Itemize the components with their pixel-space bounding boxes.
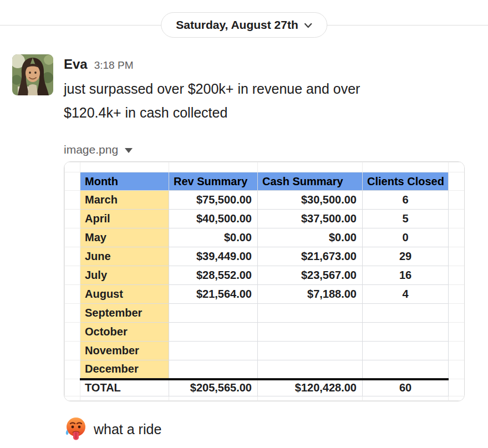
sheet-cell: $30,500.00 (258, 191, 363, 210)
avatar[interactable] (12, 54, 53, 95)
sheet-cell (363, 323, 449, 342)
sheet-margin-row (65, 162, 465, 172)
sheet-cell: $40,500.00 (169, 210, 258, 228)
sheet-cell: $7,188.00 (258, 285, 363, 304)
sheet-cell (449, 360, 465, 379)
sheet-data-row: June$39,449.00$21,673.0029 (65, 247, 465, 266)
sheet-cell: $205,565.00 (169, 379, 258, 396)
sheet-cell: Clients Closed (363, 172, 449, 191)
sheet-cell: July (80, 266, 169, 285)
sheet-cell (169, 360, 258, 379)
slack-message-view: Saturday, August 27th (0, 12, 488, 448)
sheet-cell: 60 (363, 379, 449, 396)
sheet-cell (449, 162, 465, 172)
sheet-cell: 5 (363, 210, 449, 228)
closing-text: what a ride (94, 421, 161, 437)
sheet-cell: 6 (363, 191, 449, 210)
sheet-cell: August (80, 285, 169, 304)
sheet-cell: $39,449.00 (169, 247, 258, 266)
sheet-cell (65, 247, 80, 266)
date-divider: Saturday, August 27th (0, 12, 488, 38)
date-pill-button[interactable]: Saturday, August 27th (161, 12, 327, 38)
sheet-cell (65, 285, 80, 304)
sheet-cell: $23,567.00 (258, 266, 363, 285)
sheet-data-row: March$75,500.00$30,500.006 (65, 191, 465, 210)
sheet-cell: 29 (363, 247, 449, 266)
sheet-cell (449, 323, 465, 342)
message-text: just surpassed over $200k+ in revenue an… (64, 77, 474, 125)
sheet-cell: $120,428.00 (258, 379, 363, 396)
sheet-cell (65, 323, 80, 342)
sheet-cell: Cash Summary (258, 172, 363, 191)
sheet-data-row: December (65, 360, 465, 379)
sheet-data-row: April$40,500.00$37,500.005 (65, 210, 465, 228)
sheet-cell (65, 210, 80, 228)
sheet-cell (449, 396, 465, 401)
sheet-cell (65, 162, 80, 172)
sheet-cell (258, 162, 363, 172)
sheet-data-row: October (65, 323, 465, 342)
sheet-cell (449, 285, 465, 304)
attachment-filename[interactable]: image.png (64, 143, 118, 156)
sheet-cell (449, 304, 465, 323)
sheet-cell (169, 304, 258, 323)
sheet-cell (65, 172, 80, 191)
date-label: Saturday, August 27th (176, 18, 298, 32)
sheet-cell: April (80, 210, 169, 228)
sheet-cell: 16 (363, 266, 449, 285)
message-header: Eva 3:18 PM (64, 54, 474, 72)
username[interactable]: Eva (64, 57, 88, 72)
sheet-cell: $0.00 (258, 228, 363, 247)
sheet-cell (449, 210, 465, 228)
sheet-cell (65, 191, 80, 210)
sheet-total-row: TOTAL$205,565.00$120,428.0060 (65, 379, 465, 396)
sheet-cell: $21,673.00 (258, 247, 363, 266)
sheet-cell: $28,552.00 (169, 266, 258, 285)
sheet-cell: Month (80, 172, 169, 191)
sheet-cell (363, 396, 449, 401)
sheet-data-row: July$28,552.00$23,567.0016 (65, 266, 465, 285)
sheet-cell (258, 360, 363, 379)
sheet-cell (258, 304, 363, 323)
attachment-image-card[interactable]: MonthRev SummaryCash SummaryClients Clos… (64, 161, 465, 401)
sheet-cell (363, 342, 449, 360)
sheet-cell (258, 396, 363, 401)
avatar-photo (12, 54, 53, 95)
sheet-margin-row (65, 396, 465, 401)
sheet-cell (449, 379, 465, 396)
sheet-cell (65, 396, 80, 401)
sheet-data-row: September (65, 304, 465, 323)
sheet-cell: Rev Summary (169, 172, 258, 191)
sheet-cell (65, 266, 80, 285)
sheet-cell: $21,564.00 (169, 285, 258, 304)
collapse-triangle-icon[interactable] (125, 148, 133, 153)
message-content: Eva 3:18 PM just surpassed over $200k+ i… (64, 54, 474, 442)
sheet-cell (169, 323, 258, 342)
sheet-cell (258, 342, 363, 360)
sheet-cell (363, 360, 449, 379)
sheet-data-row: May$0.00$0.000 (65, 228, 465, 247)
spreadsheet-table: MonthRev SummaryCash SummaryClients Clos… (64, 162, 465, 401)
sheet-cell (169, 342, 258, 360)
sheet-cell (80, 396, 169, 401)
sheet-data-row: November (65, 342, 465, 360)
hot-face-emoji (64, 416, 87, 442)
sheet-cell (65, 342, 80, 360)
sheet-cell (363, 162, 449, 172)
sheet-cell: TOTAL (80, 379, 169, 396)
sheet-cell (65, 228, 80, 247)
message: Eva 3:18 PM just surpassed over $200k+ i… (0, 54, 488, 442)
sheet-cell: September (80, 304, 169, 323)
sheet-cell (169, 162, 258, 172)
sheet-cell (449, 191, 465, 210)
sheet-cell: $37,500.00 (258, 210, 363, 228)
message-text-line: just surpassed over $200k+ in revenue an… (64, 77, 474, 101)
sheet-cell (449, 266, 465, 285)
sheet-cell: $0.00 (169, 228, 258, 247)
chevron-down-icon (304, 23, 312, 28)
attachment-header[interactable]: image.png (64, 143, 133, 156)
sheet-cell (363, 304, 449, 323)
timestamp[interactable]: 3:18 PM (94, 59, 134, 72)
sheet-cell: December (80, 360, 169, 379)
sheet-cell (258, 323, 363, 342)
